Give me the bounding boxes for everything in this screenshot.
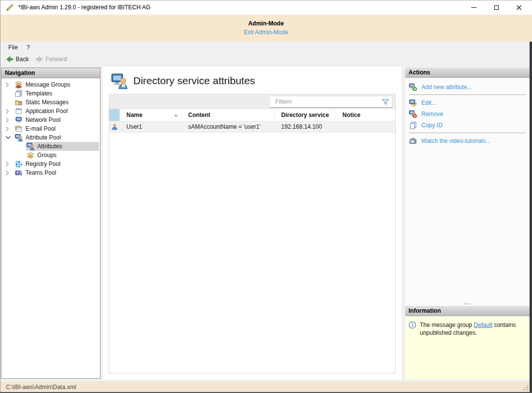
window-controls xyxy=(462,0,530,15)
row-directory-service-cell: 192.168.14.100 xyxy=(275,121,336,132)
remove-button[interactable]: Remove xyxy=(405,108,530,119)
title-bar[interactable]: *IBI-aws Admin 1.29.0 - registered for I… xyxy=(0,0,532,15)
minimize-icon xyxy=(471,7,477,8)
static-messages-icon xyxy=(15,98,23,106)
maximize-button[interactable] xyxy=(485,0,508,15)
chevron-right-icon[interactable] xyxy=(5,124,14,133)
sidebar-item-label: Message Groups xyxy=(25,81,70,88)
attribute-pool-icon xyxy=(15,134,23,141)
row-indicator-cell xyxy=(109,121,120,132)
sidebar-item-message-groups[interactable]: Message Groups xyxy=(1,80,100,89)
action-label: Add new attribute... xyxy=(421,84,472,91)
chevron-right-icon[interactable] xyxy=(5,160,14,168)
navigation-panel-header: Navigation xyxy=(1,68,100,78)
add-new-attribute-button[interactable]: Add new attribute... xyxy=(405,81,530,92)
filter-funnel-icon[interactable] xyxy=(382,99,389,105)
sidebar-item-static-messages[interactable]: Static Messages xyxy=(1,98,100,107)
default-message-group-link[interactable]: Default xyxy=(474,322,492,328)
row-notice-cell xyxy=(336,121,395,132)
grid-header-directory-service[interactable]: Directory service xyxy=(275,109,336,121)
attributes-icon xyxy=(26,142,34,150)
sort-asc-icon xyxy=(174,114,178,116)
chevron-right-icon[interactable] xyxy=(5,107,14,116)
filter-input-wrap xyxy=(270,96,392,108)
content-panel: Directory service attributes Name Conten… xyxy=(102,66,402,380)
grid-header-content[interactable]: Content xyxy=(182,109,275,121)
sidebar-item-templates[interactable]: Templates xyxy=(1,89,100,98)
network-pool-icon xyxy=(15,116,23,124)
templates-icon xyxy=(15,90,23,97)
sidebar-item-teams-pool[interactable]: Teams Pool xyxy=(1,168,100,177)
navigation-panel: Navigation Message Groups xyxy=(1,68,100,379)
page-title: Directory service attributes xyxy=(133,75,255,87)
panel-splitter-handle[interactable] xyxy=(405,303,530,304)
sidebar-item-label: Network Pool xyxy=(25,116,60,123)
application-pool-icon xyxy=(15,107,23,115)
add-attribute-icon xyxy=(409,83,417,91)
status-bar: C:\IBI-aws\Admin\Data.xml xyxy=(0,382,530,392)
menu-file[interactable]: File xyxy=(4,43,22,52)
menu-bar: File ? xyxy=(0,42,530,53)
action-label: Copy ID xyxy=(421,122,442,129)
video-tutorials-icon xyxy=(409,137,417,145)
action-label: Watch the video-tutorials... xyxy=(421,138,491,144)
filter-input[interactable] xyxy=(270,98,382,105)
copy-id-button[interactable]: Copy ID xyxy=(405,119,530,131)
sidebar-item-attribute-pool[interactable]: Attribute Pool xyxy=(1,133,100,142)
remove-icon xyxy=(409,110,417,118)
back-button[interactable]: Back xyxy=(2,55,32,64)
chevron-right-icon[interactable] xyxy=(5,80,14,89)
edit-button[interactable]: Edit... xyxy=(405,97,530,108)
sidebar-item-application-pool[interactable]: Application Pool xyxy=(1,107,100,116)
action-label: Remove xyxy=(421,111,443,117)
forward-label: Forward xyxy=(46,56,67,63)
row-name-cell: User1 xyxy=(120,121,182,132)
edit-icon xyxy=(409,99,417,107)
information-message: The message group Default contains unpub… xyxy=(420,321,521,379)
chevron-right-icon[interactable] xyxy=(5,116,14,124)
sidebar-item-label: Groups xyxy=(37,152,56,159)
minimize-button[interactable] xyxy=(462,0,485,15)
info-icon xyxy=(409,321,416,329)
directory-service-icon xyxy=(111,72,127,89)
toolbar: Back Forward xyxy=(0,53,530,66)
forward-button[interactable]: Forward xyxy=(32,55,71,64)
sidebar-item-label: Attributes xyxy=(37,143,62,150)
back-label: Back xyxy=(16,56,29,63)
actions-list: Add new attribute... Edit... xyxy=(405,78,530,306)
resize-grip[interactable] xyxy=(527,389,528,390)
watch-video-tutorials-link[interactable]: Watch the video-tutorials... xyxy=(405,135,530,146)
grid-header-name[interactable]: Name xyxy=(120,109,182,121)
teams-pool-icon xyxy=(15,169,23,177)
copy-id-icon xyxy=(409,121,417,129)
table-row[interactable]: User1 sAMAccountName = 'user1' 192.168.1… xyxy=(109,121,395,133)
sidebar-item-network-pool[interactable]: Network Pool xyxy=(1,116,100,124)
sidebar-item-label: Templates xyxy=(25,90,52,97)
chevron-down-icon[interactable] xyxy=(5,133,14,142)
sidebar-item-attributes[interactable]: Attributes xyxy=(1,142,100,151)
sidebar-item-label: Teams Pool xyxy=(25,169,56,176)
back-icon xyxy=(6,56,13,63)
sidebar-item-registry-pool[interactable]: Registry Pool xyxy=(1,160,100,168)
sidebar-item-label: Registry Pool xyxy=(25,161,60,167)
information-panel-header: Information xyxy=(405,306,530,316)
expander-spacer xyxy=(5,89,14,98)
grid-header-notice[interactable]: Notice xyxy=(336,109,395,121)
window-border-top xyxy=(0,0,532,0)
user-icon xyxy=(111,123,118,130)
window-title: *IBI-aws Admin 1.29.0 - registered for I… xyxy=(18,4,150,11)
expander-spacer xyxy=(5,98,14,107)
actions-separator xyxy=(409,133,526,133)
registry-pool-icon xyxy=(15,160,23,168)
close-button[interactable] xyxy=(508,0,530,15)
forward-icon xyxy=(36,56,43,63)
exit-admin-mode-link[interactable]: Exit Admin-Mode xyxy=(244,29,289,36)
status-path: C:\IBI-aws\Admin\Data.xml xyxy=(6,384,76,391)
chevron-right-icon[interactable] xyxy=(5,168,14,177)
attributes-grid: Name Content Directory service Notice xyxy=(109,94,396,373)
menu-help[interactable]: ? xyxy=(22,43,34,52)
groups-icon xyxy=(26,151,34,159)
sidebar-item-groups[interactable]: Groups xyxy=(1,151,100,160)
email-pool-icon xyxy=(15,125,23,133)
sidebar-item-email-pool[interactable]: E-mail Pool xyxy=(1,124,100,133)
